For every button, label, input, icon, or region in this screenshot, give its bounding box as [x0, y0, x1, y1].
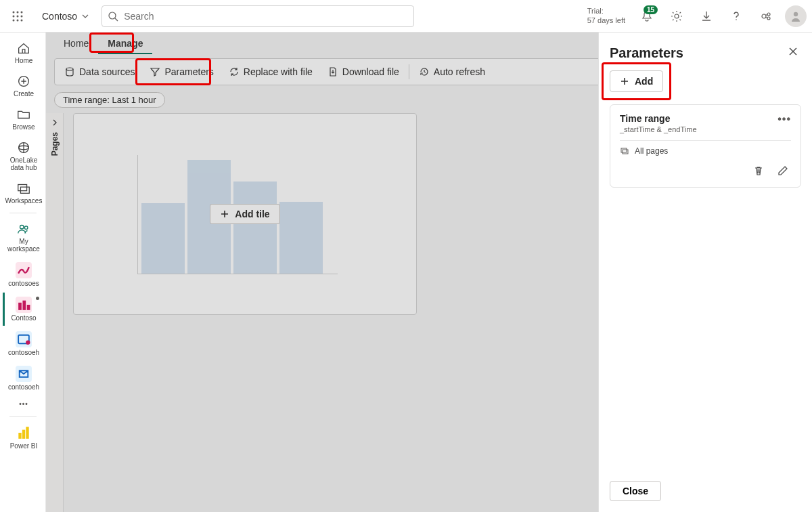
svg-point-7 — [17, 19, 19, 21]
svg-point-13 — [762, 14, 766, 18]
help-button[interactable] — [723, 3, 750, 30]
edit-parameter-button[interactable] — [775, 163, 791, 182]
nav-ws-contosoes[interactable]: contosoes — [3, 258, 43, 291]
app-launcher-icon[interactable] — [5, 4, 30, 28]
svg-rect-32 — [22, 430, 25, 439]
parameter-card: Time range _startTime & _endTime ••• All… — [610, 104, 801, 188]
nav-ws-contosoeh2[interactable]: contosoeh — [3, 362, 43, 395]
nav-create[interactable]: Create — [3, 70, 43, 102]
close-icon — [788, 46, 798, 57]
svg-point-5 — [21, 15, 23, 17]
svg-rect-28 — [27, 305, 30, 310]
add-parameter-button[interactable]: Add — [610, 70, 663, 92]
nav-browse[interactable]: Browse — [3, 103, 43, 135]
download-icon — [700, 10, 713, 22]
param-more-button[interactable]: ••• — [777, 113, 791, 125]
svg-rect-36 — [623, 150, 628, 154]
svg-point-1 — [17, 11, 19, 13]
powerbi-icon — [16, 425, 32, 441]
trial-line2: 57 days left — [587, 16, 625, 25]
nav-home[interactable]: Home — [3, 37, 43, 68]
param-scope: All pages — [620, 146, 791, 156]
workspace-icon — [16, 262, 32, 278]
nav-ws-contosoeh1[interactable]: contosoeh — [3, 327, 43, 360]
trial-status: Trial: 57 days left — [587, 7, 625, 24]
svg-point-11 — [675, 14, 679, 18]
param-title: Time range — [620, 113, 697, 124]
workspaces-icon — [16, 181, 31, 196]
svg-point-30 — [26, 341, 30, 345]
nav-workspaces[interactable]: Workspaces — [3, 177, 43, 209]
nav-ws-contosoeh1-label: contosoeh — [8, 349, 39, 356]
nav-powerbi[interactable]: Power BI — [3, 421, 43, 454]
svg-point-24 — [20, 226, 24, 230]
svg-line-17 — [766, 17, 768, 18]
svg-point-25 — [24, 226, 28, 230]
param-subtitle: _startTime & _endTime — [620, 125, 697, 133]
svg-point-3 — [13, 15, 15, 17]
top-right-actions: Trial: 57 days left 15 — [587, 3, 807, 30]
param-scope-label: All pages — [635, 146, 668, 156]
svg-point-4 — [17, 15, 19, 17]
search-icon — [108, 11, 118, 22]
nav-powerbi-label: Power BI — [10, 442, 38, 450]
panel-header: Parameters — [610, 43, 801, 62]
svg-rect-27 — [22, 301, 26, 310]
nav-onelake[interactable]: OneLake data hub — [3, 136, 43, 175]
feedback-button[interactable] — [752, 3, 780, 30]
svg-point-12 — [736, 19, 737, 20]
left-nav: Home Create Browse OneLake data hub Work… — [0, 33, 46, 512]
user-avatar[interactable] — [785, 5, 807, 27]
nav-my-workspace[interactable]: My workspace — [3, 217, 43, 257]
svg-rect-26 — [18, 303, 22, 310]
ellipsis-icon: ••• — [19, 400, 28, 408]
nav-ws-contoso[interactable]: Contoso — [3, 293, 43, 326]
svg-point-6 — [13, 19, 15, 21]
org-name: Contoso — [42, 11, 77, 22]
panel-close-footer-button[interactable]: Close — [610, 481, 661, 501]
search-input[interactable] — [124, 11, 408, 22]
panel-title: Parameters — [610, 45, 683, 61]
svg-point-0 — [13, 11, 15, 13]
svg-point-9 — [109, 12, 116, 19]
svg-rect-23 — [20, 187, 29, 193]
nav-myws-label: My workspace — [5, 238, 43, 253]
person-icon — [790, 10, 802, 22]
svg-line-10 — [115, 18, 118, 21]
workspace-icon — [16, 297, 32, 313]
nav-home-label: Home — [15, 57, 33, 64]
notification-badge: 15 — [644, 5, 658, 14]
nav-divider — [9, 416, 37, 417]
people-icon — [16, 221, 31, 236]
nav-browse-label: Browse — [12, 123, 35, 131]
main-area: Home Manage Data sources Parameters Repl… — [46, 33, 812, 512]
svg-point-15 — [767, 17, 770, 20]
param-card-head: Time range _startTime & _endTime ••• — [620, 113, 791, 133]
onelake-icon — [16, 140, 31, 155]
chevron-down-icon — [81, 12, 89, 20]
svg-rect-31 — [18, 433, 21, 439]
svg-line-16 — [766, 14, 768, 15]
nav-create-label: Create — [14, 90, 34, 98]
notifications-button[interactable]: 15 — [633, 3, 660, 30]
plus-icon — [620, 77, 629, 86]
svg-point-14 — [767, 13, 770, 16]
svg-point-2 — [21, 11, 23, 13]
gear-icon — [671, 10, 683, 22]
pencil-icon — [777, 165, 788, 176]
pages-icon — [620, 146, 629, 156]
home-icon — [16, 41, 31, 56]
folder-icon — [16, 107, 31, 122]
delete-parameter-button[interactable] — [750, 163, 767, 182]
svg-point-8 — [21, 19, 23, 21]
svg-rect-35 — [621, 148, 627, 152]
search-box[interactable] — [102, 5, 414, 27]
org-dropdown[interactable]: Contoso — [38, 11, 93, 22]
active-dot-icon — [36, 297, 39, 300]
nav-more[interactable]: ••• — [3, 396, 43, 412]
panel-close-button[interactable] — [785, 43, 801, 62]
settings-button[interactable] — [663, 3, 690, 30]
nav-divider — [9, 213, 37, 213]
download-button[interactable] — [693, 3, 720, 30]
trash-icon — [753, 165, 764, 176]
